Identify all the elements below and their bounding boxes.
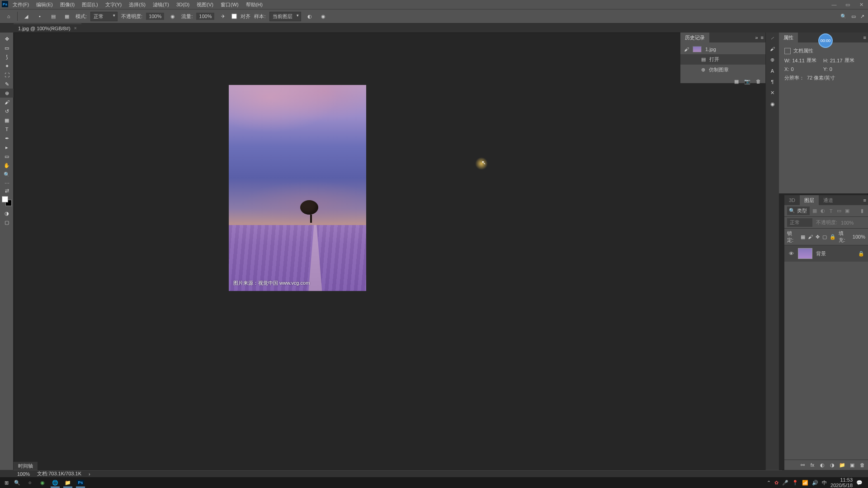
modifier-icon[interactable]: ✕ (770, 90, 774, 96)
tab-close-icon[interactable]: × (74, 26, 77, 31)
panel-menu-icon[interactable]: ≡ (863, 35, 866, 40)
x-value[interactable]: 0 (791, 66, 793, 72)
photoshop-taskbar-icon[interactable]: Ps (74, 478, 87, 488)
menu-file[interactable]: 文件(F) (9, 0, 33, 9)
y-value[interactable]: 0 (830, 66, 832, 72)
filter-shape-icon[interactable]: ▭ (836, 208, 842, 214)
libraries-icon[interactable]: ◉ (770, 101, 775, 107)
create-document-icon[interactable]: ▦ (734, 79, 739, 84)
layer-style-icon[interactable]: fx (809, 462, 816, 468)
layer-name[interactable]: 背景 (816, 250, 826, 257)
brush-panel-icon[interactable]: ▦ (62, 11, 72, 21)
lock-artboard-icon[interactable]: ▢ (822, 234, 827, 240)
doc-info[interactable]: 文档:703.1K/703.1K (37, 470, 81, 477)
fill-value[interactable]: 100% (853, 234, 865, 239)
history-step-clone[interactable]: ⊕ 仿制图章 (680, 65, 765, 75)
lock-position-icon[interactable]: ✥ (816, 234, 820, 240)
home-icon[interactable]: ⌂ (4, 11, 14, 21)
tray-location-icon[interactable]: 📍 (792, 480, 798, 486)
brush-preset-icon[interactable]: • (35, 11, 45, 21)
start-button[interactable]: ⊞ (2, 478, 11, 487)
clone-stamp-tool[interactable]: ⊕ (0, 89, 14, 98)
paragraph-icon[interactable]: ¶ (771, 79, 774, 84)
layer-filter-type[interactable]: 🔍 类型 (787, 206, 810, 215)
character-icon[interactable]: A (771, 68, 774, 74)
tray-settings-icon[interactable]: ✿ (774, 480, 778, 486)
delete-icon[interactable]: 🗑 (756, 79, 761, 84)
menu-help[interactable]: 帮助(H) (242, 0, 266, 9)
rectangle-tool[interactable]: ▭ (0, 152, 14, 161)
search-taskbar-icon[interactable]: 🔍 (11, 478, 24, 488)
layer-opacity-value[interactable]: 100% (841, 220, 854, 225)
zoom-tool[interactable]: 🔍 (0, 170, 14, 179)
layer-visibility-icon[interactable]: 👁 (788, 251, 794, 256)
chrome-icon[interactable]: 🌐 (49, 478, 61, 488)
explorer-icon[interactable]: 📁 (61, 478, 74, 488)
cortana-icon[interactable]: ○ (24, 478, 36, 488)
lock-transparency-icon[interactable]: ▦ (801, 234, 805, 240)
layer-group-icon[interactable]: 📁 (839, 462, 845, 468)
crop-tool[interactable]: ⛶ (0, 70, 14, 80)
sample-dropdown[interactable]: 当前图层 (269, 12, 301, 21)
layer-background[interactable]: 👁 背景 🔒 (784, 245, 868, 262)
collapse-icon[interactable]: » (755, 35, 758, 40)
minimize-button[interactable]: — (827, 0, 841, 9)
opacity-pressure-icon[interactable]: ◉ (168, 11, 178, 21)
menu-select[interactable]: 选择(S) (125, 0, 149, 9)
brushes-icon[interactable]: 🖌 (770, 46, 775, 52)
brush-settings-icon[interactable]: ▤ (48, 11, 58, 21)
width-value[interactable]: 14.11 (792, 58, 805, 63)
properties-tab[interactable]: 属性 (779, 33, 798, 43)
tool-preset-icon[interactable]: ◢ (21, 11, 31, 21)
zoom-level[interactable]: 100% (17, 471, 30, 477)
layers-tab[interactable]: 图层 (800, 195, 819, 206)
flow-input[interactable]: 100% (196, 13, 214, 20)
brush-tool[interactable]: 🖌 (0, 98, 14, 107)
search-icon[interactable]: 🔍 (840, 14, 847, 19)
blend-mode-dropdown[interactable]: 正常 (90, 12, 118, 21)
filter-adjustment-icon[interactable]: ◐ (820, 208, 826, 214)
height-value[interactable]: 21.17 (830, 58, 843, 63)
brush-settings-icon[interactable]: ⟋ (770, 35, 775, 41)
new-layer-icon[interactable]: ▣ (849, 462, 855, 468)
clone-source-icon[interactable]: ⊕ (770, 57, 774, 63)
menu-filter[interactable]: 滤镜(T) (149, 0, 173, 9)
path-selection-tool[interactable]: ▸ (0, 143, 14, 152)
document-tab[interactable]: 1.jpg @ 100%(RGB/8#) × (14, 23, 81, 33)
magic-wand-tool[interactable]: ✦ (0, 61, 14, 70)
taskbar-clock[interactable]: 11:53 2020/5/18 (830, 477, 853, 488)
adjustment-layer-icon[interactable]: ◑ (829, 462, 835, 468)
lock-all-icon[interactable]: 🔒 (830, 234, 836, 240)
snapshot-icon[interactable]: 📷 (744, 79, 750, 84)
menu-view[interactable]: 视图(V) (193, 0, 217, 9)
edit-toolbar[interactable]: ⋯ (0, 179, 14, 188)
delete-layer-icon[interactable]: 🗑 (859, 462, 865, 468)
menu-image[interactable]: 图像(I) (57, 0, 78, 9)
screen-mode-icon[interactable]: ▢ (0, 218, 14, 227)
filter-toggle-icon[interactable]: ▮ (859, 208, 865, 214)
menu-type[interactable]: 文字(Y) (102, 0, 126, 9)
quick-mask-icon[interactable]: ◑ (0, 209, 14, 218)
pen-tool[interactable]: ✒ (0, 134, 14, 143)
link-layers-icon[interactable]: ⚯ (799, 462, 806, 468)
channels-tab[interactable]: 通道 (819, 195, 838, 206)
history-tab[interactable]: 历史记录 (680, 33, 709, 43)
menu-window[interactable]: 窗口(W) (217, 0, 242, 9)
tray-ime-icon[interactable]: 中 (822, 479, 827, 486)
hand-tool[interactable]: ✋ (0, 161, 14, 170)
filter-type-icon[interactable]: T (828, 208, 834, 214)
3d-tab[interactable]: 3D (784, 196, 800, 205)
tray-volume-icon[interactable]: 🔊 (812, 480, 818, 486)
menu-3d[interactable]: 3D(D) (173, 0, 193, 9)
eyedropper-tool[interactable]: ✎ (0, 80, 14, 89)
align-checkbox[interactable] (231, 14, 237, 19)
edge-icon[interactable]: ◉ (36, 478, 49, 488)
tray-overflow-icon[interactable]: ⌃ (767, 480, 771, 486)
ignore-adjustment-icon[interactable]: ◐ (305, 11, 315, 21)
close-button[interactable]: ✕ (854, 0, 868, 9)
color-swap-icon[interactable]: ⇄ (0, 188, 14, 193)
share-icon[interactable]: ↗ (860, 14, 864, 19)
gradient-tool[interactable]: ▦ (0, 116, 14, 125)
lasso-tool[interactable]: ⟆ (0, 52, 14, 61)
menu-layer[interactable]: 图层(L) (78, 0, 101, 9)
